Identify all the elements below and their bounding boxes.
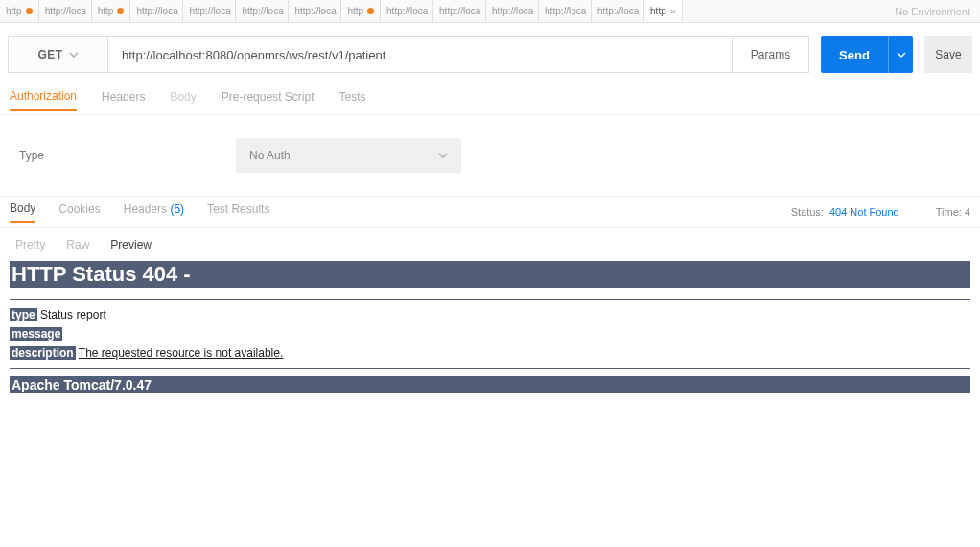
send-label: Send [839,48,870,62]
divider [10,368,970,369]
request-tab[interactable]: http://loca [433,0,486,22]
error-heading: HTTP Status 404 - [10,261,970,288]
method-label: GET [37,48,62,61]
auth-type-dropdown[interactable]: No Auth [236,138,461,173]
tab-label: http://loca [597,6,639,16]
tab-label: http://loca [294,6,336,16]
chevron-down-icon [69,50,79,59]
tab-label: http [6,6,22,16]
chevron-down-icon [438,151,448,160]
request-tab[interactable]: http://loca [236,0,289,22]
response-tabs: Body Cookies Headers (5) Test Results St… [0,196,980,228]
request-tab[interactable]: http://loca [381,0,433,22]
tab-tests[interactable]: Tests [338,90,365,110]
error-type-line: type Status report [10,308,970,321]
request-tab-active[interactable]: http× [644,0,683,22]
tab-label: http [98,6,114,16]
description-value: The requested resource is not available. [79,346,283,360]
authorization-panel: Type No Auth [0,115,980,196]
request-tab[interactable]: http://loca [183,0,236,22]
auth-type-label: Type [19,149,44,162]
tab-label: http://loca [492,6,533,16]
tab-authorization[interactable]: Authorization [10,89,77,111]
time-label: Time: [936,206,962,218]
view-raw[interactable]: Raw [66,238,89,251]
view-preview[interactable]: Preview [110,238,152,251]
description-label: description [10,346,76,360]
request-tab[interactable]: http://loca [39,0,92,22]
send-dropdown[interactable] [888,36,913,73]
error-message-line: message [10,327,970,341]
tab-label: http [650,6,666,16]
error-description-line: description The requested resource is no… [10,346,970,360]
tab-label: http [347,6,363,16]
response-time: Time: 4 [936,206,970,218]
url-input[interactable] [108,36,733,73]
view-mode-tabs: Pretty Raw Preview [0,228,980,261]
environment-selector[interactable]: No Environment [683,0,980,22]
request-tab[interactable]: http://loca [130,0,183,22]
request-tab[interactable]: http://loca [289,0,341,22]
environment-label: No Environment [895,6,970,17]
resp-tab-body[interactable]: Body [10,202,35,223]
view-pretty[interactable]: Pretty [15,238,45,251]
tabs-strip: http http://loca http http://loca http:/… [0,0,980,23]
tab-prerequest[interactable]: Pre-request Script [222,90,315,110]
tab-label: http://loca [545,6,586,16]
params-label: Params [751,48,790,61]
type-label: type [10,308,37,321]
tab-label: http://loca [189,6,230,16]
chevron-down-icon [897,50,906,59]
tab-label: http://loca [242,6,283,16]
close-icon[interactable]: × [670,6,676,17]
request-tab[interactable]: http://loca [592,0,644,22]
message-label: message [10,327,62,341]
status-label: Status: [791,206,824,218]
status-value: 404 Not Found [829,206,899,218]
divider [10,299,970,300]
save-button[interactable]: Save [924,36,972,73]
response-preview: HTTP Status 404 - type Status report mes… [0,261,980,403]
tab-headers[interactable]: Headers [102,90,145,110]
tab-label: http://loca [386,6,428,16]
request-tab[interactable]: http://loca [486,0,539,22]
unsaved-dot-icon [26,8,33,14]
request-tab[interactable]: http [0,0,39,22]
auth-type-value: No Auth [249,149,291,162]
tab-label: http://loca [136,6,177,16]
type-value: Status report [37,308,106,321]
resp-headers-label: Headers [124,202,167,216]
resp-tab-tests[interactable]: Test Results [207,202,269,222]
tab-label: http://loca [439,6,480,16]
response-status: Status: 404 Not Found [791,206,899,218]
time-value: 4 [965,206,970,218]
request-tab[interactable]: http [341,0,381,22]
request-builder: GET Params Send Save [0,23,980,86]
save-label: Save [935,48,961,61]
resp-tab-cookies[interactable]: Cookies [58,202,100,222]
unsaved-dot-icon [117,8,124,14]
method-dropdown[interactable]: GET [8,36,108,73]
request-tab[interactable]: http://loca [539,0,592,22]
tab-body[interactable]: Body [170,90,196,110]
resp-tab-headers[interactable]: Headers (5) [124,202,184,222]
request-tab[interactable]: http [92,0,131,22]
send-button[interactable]: Send [821,36,888,73]
tab-label: http://loca [45,6,86,16]
request-tabs: Authorization Headers Body Pre-request S… [0,86,980,115]
unsaved-dot-icon [367,8,374,14]
params-button[interactable]: Params [733,36,809,73]
server-signature: Apache Tomcat/7.0.47 [10,376,970,393]
resp-headers-count: (5) [170,202,184,216]
